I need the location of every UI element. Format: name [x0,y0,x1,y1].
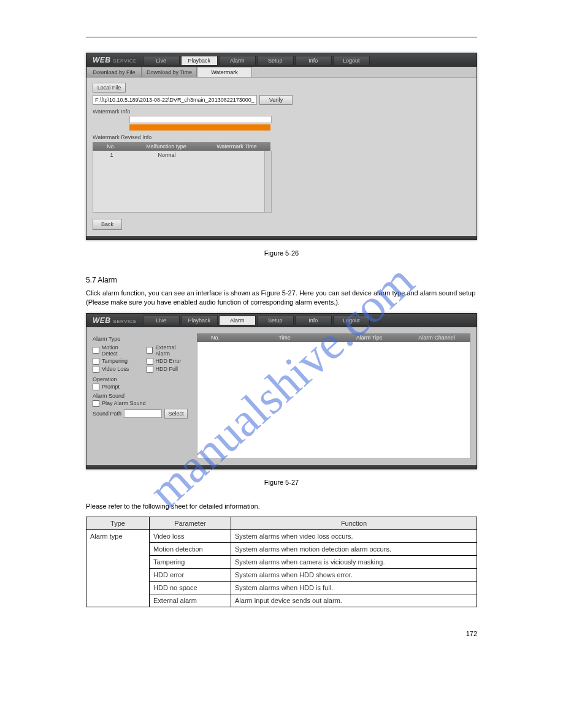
section-title: Alarm [98,276,117,284]
subtab-download-by-file[interactable]: Download by File [86,67,142,77]
cell-no: 1 [93,151,130,159]
chk-hdd-full[interactable]: HDD Full [147,366,191,373]
tab-setup[interactable]: Setup [257,56,294,65]
tab-live[interactable]: Live [143,316,180,325]
tab-setup[interactable]: Setup [257,316,294,325]
playback-sub-tabs: Download by File Download by Time Waterm… [86,67,477,77]
col-time: Time [234,333,335,342]
chk-label: External Alarm [155,344,191,357]
subtab-watermark[interactable]: Watermark [197,67,252,77]
select-button[interactable]: Select [164,409,188,419]
section-paragraph: Click alarm function, you can see an int… [86,289,477,307]
chk-label: Tampering [102,358,128,364]
tab-info[interactable]: Info [295,316,332,325]
chk-external-alarm[interactable]: External Alarm [147,344,191,357]
cell: HDD error [150,569,231,582]
watermark-progress-full [129,124,270,131]
parameter-table: Type Parameter Function Alarm type Video… [86,517,477,607]
watermark-progress-empty [129,116,272,123]
alarm-table-body [197,342,470,459]
chk-label: HDD Full [156,366,178,372]
chk-label: Motion Detect [102,344,136,357]
col-no: No. [197,333,234,342]
verify-button[interactable]: Verify [259,95,293,105]
cell: HDD no space [150,582,231,594]
logo-big: WEB [93,316,111,325]
cell: System alarms when motion detection alar… [231,543,477,556]
tab-live[interactable]: Live [143,56,180,65]
chk-label: Prompt [102,384,120,390]
cell: System alarms when video loss occurs. [231,530,477,543]
sound-path-label: Sound Path [93,411,121,417]
col-alarm-channel: Alarm Channel [403,333,470,342]
table-intro-para: Please refer to the following sheet for … [86,502,477,511]
cell: Motion detection [150,543,231,556]
cell-time [204,151,271,159]
alarm-table: No. Time Alarm Tips Alarm Channel [197,333,470,459]
tab-info[interactable]: Info [295,56,332,65]
table-head-row: Type Parameter Function [86,517,477,530]
back-button[interactable]: Back [93,219,122,230]
tab-playback[interactable]: Playback [181,316,218,325]
alarm-left-panel: Alarm Type Motion Detect Tampering Video… [93,333,191,459]
watermark-revised-label: Watermark Revised Info [93,134,470,140]
scrollbar[interactable] [264,151,271,212]
local-file-button[interactable]: Local File [93,83,126,93]
screenshot-alarm: WEB SERVICE Live Playback Alarm Setup In… [86,313,477,469]
th-type: Type [86,517,150,530]
cell: Tampering [150,556,231,569]
logo-small: SERVICE [113,319,136,324]
alarm-table-head: No. Time Alarm Tips Alarm Channel [197,333,470,342]
section-heading: 5.7 Alarm [86,275,477,285]
cell-type: Normal [130,151,204,159]
chk-label: HDD Error [156,358,182,364]
chk-hdd-error[interactable]: HDD Error [147,358,191,365]
checkbox-icon [147,366,153,373]
tab-alarm[interactable]: Alarm [219,56,256,65]
subtab-download-by-time[interactable]: Download by Time [142,67,197,77]
screenshot-watermark: WEB SERVICE Live Playback Alarm Setup In… [86,53,477,240]
tab-alarm[interactable]: Alarm [219,316,256,325]
chk-motion-detect[interactable]: Motion Detect [93,344,136,357]
col-alarm-tips: Alarm Tips [335,333,403,342]
checkbox-icon [93,384,99,390]
checkbox-icon [93,358,99,365]
col-malfunction: Malfunction type [129,142,203,151]
chk-video-loss[interactable]: Video Loss [93,366,136,373]
cell: System alarms when HDD is full. [231,582,477,594]
chk-prompt[interactable]: Prompt [93,384,191,390]
wm-table-body: 1 Normal [93,151,272,213]
operation-heading: Operation [93,376,191,382]
tab-logout[interactable]: Logout [333,56,370,65]
table-row: Alarm type Video loss System alarms when… [86,530,477,543]
alarm-type-heading: Alarm Type [93,336,191,342]
chk-label: Video Loss [102,366,129,372]
cell: Video loss [150,530,231,543]
alarm-sound-heading: Alarm Sound [93,393,191,399]
top-tabs: Live Playback Alarm Setup Info Logout [143,56,371,65]
file-path-input[interactable] [93,95,257,105]
sound-path-input[interactable] [124,409,162,418]
logo: WEB SERVICE [93,316,137,325]
cell: External alarm [150,594,231,607]
checkbox-icon [93,347,99,354]
chk-tampering[interactable]: Tampering [93,358,136,365]
cell: System alarms when HDD shows error. [231,569,477,582]
checkbox-icon [147,358,153,365]
table-row: 1 Normal [93,151,271,159]
tab-playback[interactable]: Playback [181,56,218,65]
section-number: 5.7 [86,276,96,284]
figure-caption-2: Figure 5-27 [86,478,477,487]
logo: WEB SERVICE [93,56,137,64]
top-tabs-2: Live Playback Alarm Setup Info Logout [143,316,371,325]
tab-logout[interactable]: Logout [333,316,370,325]
chk-play-alarm-sound[interactable]: Play Alarm Sound [93,400,191,407]
th-parameter: Parameter [150,517,231,530]
checkbox-icon [93,400,99,407]
cell: Alarm input device sends out alarm. [231,594,477,607]
page-number: 172 [86,629,477,639]
watermark-info-label: Watermark Info [93,108,470,115]
checkbox-icon [147,347,153,354]
col-no: No. [93,142,129,151]
chk-label: Play Alarm Sound [102,400,146,406]
